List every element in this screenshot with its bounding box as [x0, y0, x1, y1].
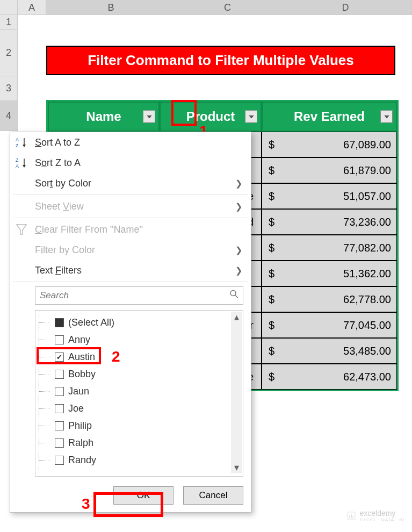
menu-sort-az-label: SSort A to Zort A to Z: [35, 137, 80, 148]
svg-rect-16: [351, 514, 352, 519]
currency-symbol: $: [269, 293, 274, 306]
cell-rev[interactable]: $61,879.00: [262, 157, 397, 183]
clear-filter-icon: [16, 224, 30, 235]
cell-rev[interactable]: $77,045.00: [262, 312, 397, 338]
filter-check-item[interactable]: ✔Austin: [39, 348, 243, 365]
filter-search-input[interactable]: [35, 286, 243, 305]
menu-sheet-view-label: Sheet View: [35, 201, 84, 212]
currency-symbol: $: [269, 371, 274, 383]
svg-marker-2: [384, 115, 389, 118]
filter-check-item[interactable]: Ralph: [39, 434, 243, 451]
filter-check-item[interactable]: (Select All): [39, 314, 243, 331]
checkbox-checked-icon: ✔: [55, 353, 64, 362]
cell-rev[interactable]: $51,057.00: [262, 183, 397, 209]
svg-text:A: A: [16, 163, 19, 169]
row-header-1[interactable]: 1: [0, 15, 18, 30]
currency-symbol: $: [269, 164, 274, 177]
menu-filter-color: Filter by Color ❯: [10, 240, 251, 260]
svg-line-13: [235, 296, 238, 298]
menu-sort-za[interactable]: ZA Sort Z to A: [10, 153, 251, 173]
menu-clear-filter: Clear Filter From "Name": [10, 219, 251, 240]
header-rev-label: Rev Earned: [294, 109, 365, 124]
cancel-button[interactable]: Cancel: [183, 486, 243, 505]
filter-button-rev[interactable]: [380, 111, 393, 123]
menu-separator: [13, 195, 248, 195]
filter-check-label: (Select All): [68, 317, 114, 328]
sort-az-icon: AZ: [16, 136, 30, 148]
svg-rect-15: [349, 515, 350, 519]
col-header-b[interactable]: B: [46, 0, 176, 15]
watermark-icon: [346, 511, 356, 521]
table-header-row: Name Product Rev Earned: [48, 102, 397, 132]
column-headers: A B C D: [0, 0, 412, 15]
cell-rev[interactable]: $62,778.00: [262, 286, 397, 312]
menu-sheet-view: Sheet View ❯: [10, 196, 251, 217]
filter-check-item[interactable]: Bobby: [39, 365, 243, 383]
cell-rev[interactable]: $51,362.00: [262, 261, 397, 286]
watermark-sub: EXCEL · DATA · BI: [359, 517, 404, 522]
filter-check-label: Bobby: [68, 369, 96, 380]
spreadsheet-grid: A B C D: [0, 0, 412, 15]
menu-clear-filter-label: Clear Filter From "Name": [35, 224, 143, 235]
svg-text:Z: Z: [16, 143, 19, 148]
select-all-corner[interactable]: [0, 0, 18, 15]
svg-rect-17: [352, 516, 353, 519]
filter-button-name[interactable]: [143, 111, 155, 123]
menu-sort-za-label: Sort Z to A: [35, 157, 81, 169]
cell-rev[interactable]: $73,236.00: [262, 209, 397, 235]
header-rev: Rev Earned: [262, 102, 397, 132]
filter-dropdown: AZ SSort A to Zort A to Z ZA Sort Z to A…: [10, 132, 251, 513]
col-header-a[interactable]: A: [18, 0, 46, 15]
row-header-3[interactable]: 3: [0, 76, 18, 101]
checkbox-icon: [55, 335, 64, 344]
menu-text-filters-label: Text Filters: [35, 265, 82, 276]
currency-symbol: $: [269, 190, 274, 203]
checkbox-icon: [55, 387, 64, 396]
filter-check-label: Jaun: [68, 386, 89, 397]
currency-symbol: $: [269, 345, 274, 357]
header-name: Name: [48, 102, 160, 132]
filter-check-item[interactable]: Randy: [39, 451, 243, 469]
currency-symbol: $: [269, 216, 274, 228]
chevron-right-icon: ❯: [235, 265, 242, 276]
menu-button-row: OK Cancel: [10, 479, 251, 512]
svg-marker-11: [17, 225, 26, 234]
svg-marker-0: [147, 115, 152, 118]
filter-search-row: [10, 283, 251, 308]
col-header-c[interactable]: C: [176, 0, 279, 15]
sort-za-icon: ZA: [16, 157, 30, 169]
title-banner: Filter Command to Filter Multiple Values: [46, 46, 395, 75]
currency-symbol: $: [269, 139, 274, 151]
filter-check-item[interactable]: Philip: [39, 417, 243, 434]
row-header-2[interactable]: 2: [0, 30, 18, 76]
cell-rev[interactable]: $77,082.00: [262, 235, 397, 261]
col-header-d[interactable]: D: [279, 0, 412, 15]
cell-rev[interactable]: $53,485.00: [262, 338, 397, 364]
checkbox-icon: [55, 404, 64, 413]
menu-sort-color-label: Sort by Color: [35, 178, 91, 189]
scroll-down-icon[interactable]: ▾: [231, 462, 242, 473]
row-header-4[interactable]: 4: [0, 101, 18, 131]
menu-filter-color-label: Filter by Color: [35, 245, 95, 256]
checkbox-mixed-icon: [55, 318, 64, 327]
search-icon: [229, 290, 239, 302]
cell-rev[interactable]: $62,473.00: [262, 364, 397, 390]
menu-sort-az[interactable]: AZ SSort A to Zort A to Z: [10, 132, 251, 153]
filter-check-item[interactable]: Joe: [39, 400, 243, 417]
checklist-scrollbar[interactable]: ▴ ▾: [231, 312, 242, 473]
menu-sort-color[interactable]: Sort by Color ❯: [10, 173, 251, 193]
svg-text:Z: Z: [16, 157, 19, 163]
filter-check-item[interactable]: Jaun: [39, 383, 243, 400]
filter-button-product[interactable]: [245, 111, 257, 123]
chevron-right-icon: ❯: [235, 245, 242, 255]
svg-point-12: [230, 291, 236, 296]
ok-button[interactable]: OK: [113, 486, 174, 505]
cell-rev[interactable]: $67,089.00: [262, 132, 397, 157]
scroll-up-icon[interactable]: ▴: [231, 312, 242, 322]
watermark-brand: exceldemy: [359, 509, 404, 517]
chevron-right-icon: ❯: [235, 178, 242, 189]
filter-check-label: Austin: [68, 351, 95, 363]
filter-check-label: Philip: [68, 420, 92, 432]
filter-check-item[interactable]: Anny: [39, 331, 243, 348]
menu-text-filters[interactable]: Text Filters ❯: [10, 260, 251, 281]
